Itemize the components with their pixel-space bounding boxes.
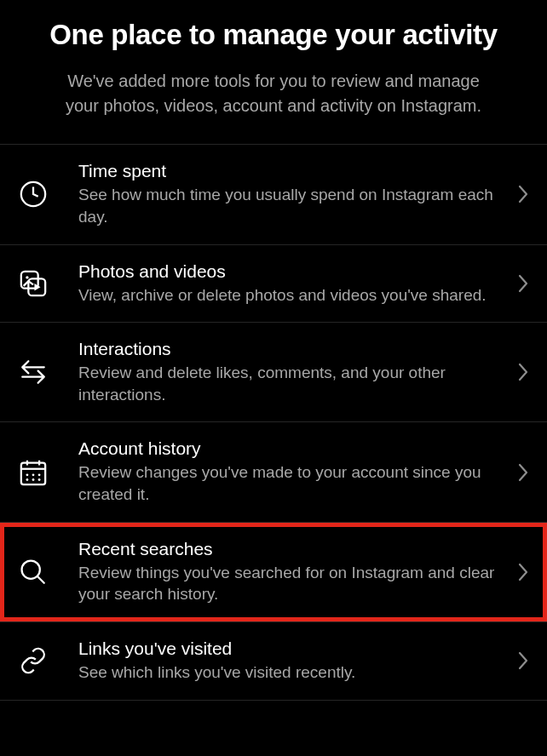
item-title: Recent searches xyxy=(78,539,496,559)
svg-point-8 xyxy=(26,478,29,481)
activity-list: Time spent See how much time you usually… xyxy=(0,144,547,700)
svg-point-9 xyxy=(32,478,35,481)
row-interactions[interactable]: Interactions Review and delete likes, co… xyxy=(0,323,547,422)
chevron-right-icon xyxy=(516,461,530,484)
item-desc: Review things you've searched for on Ins… xyxy=(78,562,496,605)
item-desc: View, archive or delete photos and video… xyxy=(78,284,496,306)
chevron-right-icon xyxy=(516,560,530,584)
media-icon xyxy=(17,267,49,300)
item-desc: Review and delete likes, comments, and y… xyxy=(78,362,496,405)
header: One place to manage your activity We've … xyxy=(0,0,547,144)
chevron-right-icon xyxy=(516,649,530,673)
row-links-visited[interactable]: Links you've visited See which links you… xyxy=(0,622,547,701)
svg-point-7 xyxy=(38,473,41,476)
row-account-history[interactable]: Account history Review changes you've ma… xyxy=(0,422,547,522)
text-col: Links you've visited See which links you… xyxy=(78,639,530,684)
clock-icon xyxy=(17,178,49,210)
row-recent-searches[interactable]: Recent searches Review things you've sea… xyxy=(0,523,547,622)
text-col: Account history Review changes you've ma… xyxy=(78,438,530,505)
item-desc: See how much time you usually spend on I… xyxy=(78,184,496,227)
chevron-right-icon xyxy=(516,360,530,384)
row-time-spent[interactable]: Time spent See how much time you usually… xyxy=(0,145,547,244)
row-photos-videos[interactable]: Photos and videos View, archive or delet… xyxy=(0,245,547,324)
svg-point-2 xyxy=(26,276,28,278)
swap-arrows-icon xyxy=(17,356,49,388)
chevron-right-icon xyxy=(516,272,530,295)
text-col: Time spent See how much time you usually… xyxy=(78,161,530,227)
item-title: Photos and videos xyxy=(78,261,496,282)
text-col: Interactions Review and delete likes, co… xyxy=(78,339,530,405)
svg-point-10 xyxy=(38,478,41,481)
item-desc: See which links you've visited recently. xyxy=(78,662,496,684)
svg-point-6 xyxy=(32,473,35,476)
page-title: One place to manage your activity xyxy=(34,17,513,52)
text-col: Recent searches Review things you've sea… xyxy=(78,539,530,605)
svg-point-5 xyxy=(26,473,29,476)
item-title: Account history xyxy=(78,438,496,459)
item-desc: Review changes you've made to your accou… xyxy=(78,461,496,505)
page-subtitle: We've added more tools for you to review… xyxy=(34,69,513,118)
item-title: Time spent xyxy=(78,161,496,181)
search-icon xyxy=(17,556,49,588)
text-col: Photos and videos View, archive or delet… xyxy=(78,261,530,306)
link-icon xyxy=(17,644,49,677)
calendar-icon xyxy=(17,456,49,489)
chevron-right-icon xyxy=(516,182,530,206)
item-title: Interactions xyxy=(78,339,496,359)
item-title: Links you've visited xyxy=(78,639,496,659)
